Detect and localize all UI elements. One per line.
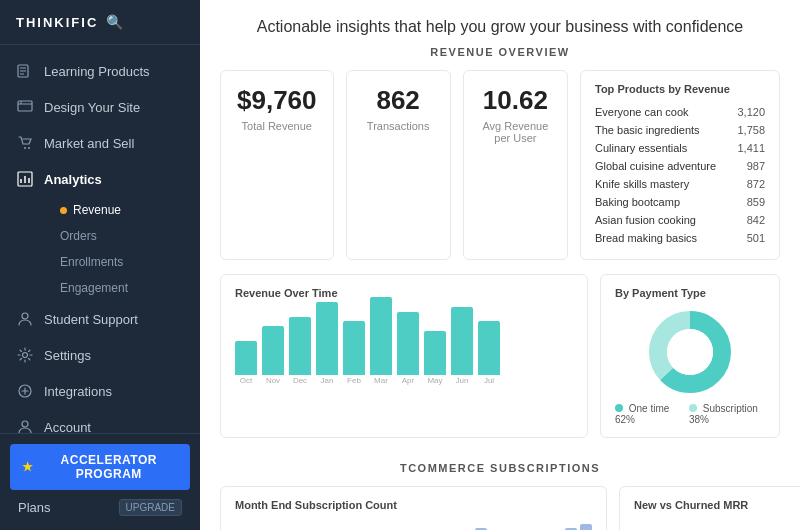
sidebar-item-analytics[interactable]: Analytics: [0, 161, 200, 197]
enrollments-label: Enrollments: [60, 255, 123, 269]
bar: [343, 321, 365, 375]
bar-label: Mar: [374, 376, 388, 385]
svg-point-13: [22, 313, 28, 319]
account-icon: [16, 418, 34, 433]
svg-point-19: [667, 329, 713, 375]
tcommerce-title: TCOMMERCE SUBSCRIPTIONS: [220, 454, 780, 486]
top-products-card: Top Products by Revenue Everyone can coo…: [580, 70, 780, 260]
revenue-bar-chart: OctNovDecJanFebMarAprMayJunJul: [235, 307, 573, 387]
total-revenue-card: $9,760 Total Revenue: [220, 70, 334, 260]
product-name: Everyone can cook: [595, 106, 689, 118]
bar-label: Oct: [240, 376, 252, 385]
analytics-label: Analytics: [44, 172, 102, 187]
sidebar-item-student-support[interactable]: Student Support: [0, 301, 200, 337]
product-row: Baking bootcamp859: [595, 193, 765, 211]
sidebar-item-market-and-sell[interactable]: Market and Sell: [0, 125, 200, 161]
bar-label: Jun: [456, 376, 469, 385]
product-value: 3,120: [737, 106, 765, 118]
charts-row: Revenue Over Time OctNovDecJanFebMarAprM…: [220, 274, 780, 438]
bar: [289, 317, 311, 376]
sidebar-item-design-your-site[interactable]: Design Your Site: [0, 89, 200, 125]
product-row: The basic ingredients1,758: [595, 121, 765, 139]
integrations-icon: [16, 382, 34, 400]
learning-products-icon: [16, 62, 34, 80]
bar-group: Jul: [478, 321, 500, 385]
product-row: Culinary essentials1,411: [595, 139, 765, 157]
accelerator-button[interactable]: ★ ACCELERATOR PROGRAM: [10, 444, 190, 490]
market-label: Market and Sell: [44, 136, 134, 151]
bar-label: Nov: [266, 376, 280, 385]
bar: [478, 321, 500, 375]
avg-revenue-label: Avg Revenue per User: [480, 120, 551, 144]
product-row: Everyone can cook3,120: [595, 103, 765, 121]
product-name: Bread making basics: [595, 232, 697, 244]
svg-rect-4: [18, 101, 32, 111]
sub-count-title: Month End Subscription Count: [235, 499, 592, 511]
total-revenue-value: $9,760: [237, 85, 317, 116]
product-name: Asian fusion cooking: [595, 214, 696, 226]
engagement-label: Engagement: [60, 281, 128, 295]
bar: [316, 302, 338, 375]
accelerator-label: ACCELERATOR PROGRAM: [40, 453, 179, 481]
upgrade-badge[interactable]: UPGRADE: [119, 499, 182, 516]
logo: THINKIFIC: [16, 15, 98, 30]
sidebar-item-account[interactable]: Account: [0, 409, 200, 433]
revenue-overview-title: REVENUE OVERVIEW: [220, 46, 780, 58]
student-support-icon: [16, 310, 34, 328]
submenu-enrollments[interactable]: Enrollments: [44, 249, 200, 275]
main-content: Actionable insights that help you grow y…: [200, 0, 800, 530]
metrics-row: $9,760 Total Revenue 862 Transactions 10…: [220, 70, 780, 260]
orders-label: Orders: [60, 229, 97, 243]
submenu-engagement[interactable]: Engagement: [44, 275, 200, 301]
transactions-value: 862: [363, 85, 434, 116]
bar-label: Jan: [321, 376, 334, 385]
bar-label: Jul: [484, 376, 494, 385]
search-icon[interactable]: 🔍: [106, 14, 123, 30]
payment-type-title: By Payment Type: [615, 287, 765, 299]
bar-label: Apr: [402, 376, 414, 385]
sub-count-bars: [235, 519, 592, 530]
total-revenue-label: Total Revenue: [237, 120, 317, 132]
top-products-title: Top Products by Revenue: [595, 83, 765, 95]
donut-svg: [645, 307, 735, 397]
bar-group: Dec: [289, 317, 311, 386]
sidebar-nav: Learning Products Design Your Site Marke…: [0, 45, 200, 433]
settings-label: Settings: [44, 348, 91, 363]
product-value: 987: [747, 160, 765, 172]
sidebar-item-integrations[interactable]: Integrations: [0, 373, 200, 409]
submenu-revenue[interactable]: Revenue: [44, 197, 200, 223]
sidebar-item-settings[interactable]: Settings: [0, 337, 200, 373]
product-value: 872: [747, 178, 765, 190]
bar: [424, 331, 446, 375]
transactions-card: 862 Transactions: [346, 70, 451, 260]
revenue-over-time-card: Revenue Over Time OctNovDecJanFebMarAprM…: [220, 274, 588, 438]
revenue-dot: [60, 207, 67, 214]
sidebar-item-learning-products[interactable]: Learning Products: [0, 53, 200, 89]
bar: [262, 326, 284, 375]
payment-type-card: By Payment Type One time 62%: [600, 274, 780, 438]
product-row: Asian fusion cooking842: [595, 211, 765, 229]
revenue-overview-section: REVENUE OVERVIEW $9,760 Total Revenue 86…: [200, 46, 800, 454]
product-value: 859: [747, 196, 765, 208]
product-name: Baking bootcamp: [595, 196, 680, 208]
mrr-card: New vs Churned MRR JanuaryAprilJulyOctob…: [619, 486, 800, 530]
bar: [370, 297, 392, 375]
subscription-legend: Subscription 38%: [689, 403, 765, 425]
bar: [397, 312, 419, 375]
plans-label: Plans: [18, 500, 51, 515]
sub-charts-row: Month End Subscription Count JanuaryApri…: [220, 486, 780, 530]
analytics-submenu: Revenue Orders Enrollments Engagement: [0, 197, 200, 301]
plans-item[interactable]: Plans UPGRADE: [10, 490, 190, 520]
revenue-label: Revenue: [73, 203, 121, 217]
revenue-over-time-title: Revenue Over Time: [235, 287, 573, 299]
submenu-orders[interactable]: Orders: [44, 223, 200, 249]
product-list: Everyone can cook3,120The basic ingredie…: [595, 103, 765, 247]
product-value: 842: [747, 214, 765, 226]
svg-point-8: [28, 147, 30, 149]
mrr-bars: [634, 519, 800, 530]
product-name: Global cuisine adventure: [595, 160, 716, 172]
bar-label: Dec: [293, 376, 307, 385]
donut-chart-area: [615, 307, 765, 397]
one-time-legend: One time 62%: [615, 403, 679, 425]
bar-group: Nov: [262, 326, 284, 385]
